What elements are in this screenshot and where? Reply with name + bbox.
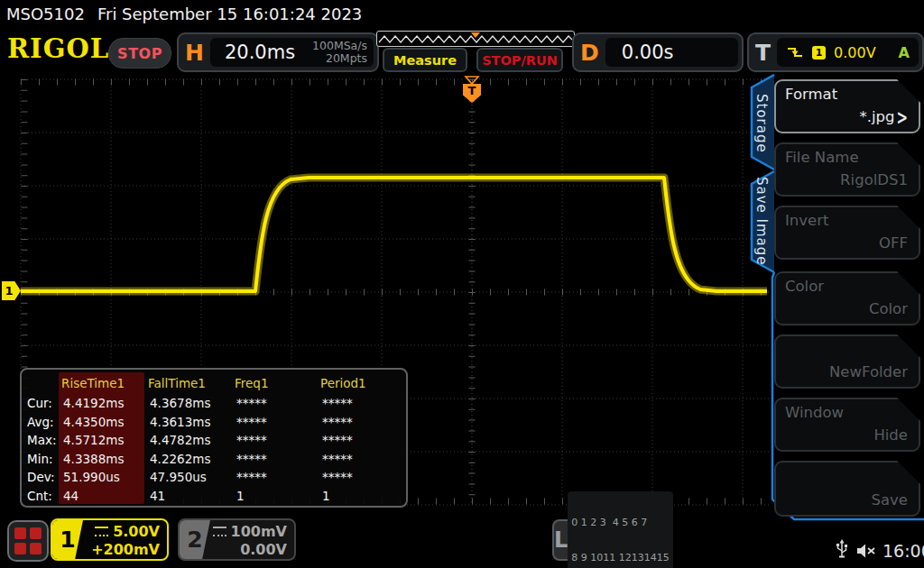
horizontal-settings[interactable]: H 20.0ms 100MSa/s 20Mpts — [177, 32, 379, 72]
measurement-value: 4.2262ms — [148, 452, 235, 466]
measurement-value: 4.4192ms — [61, 396, 148, 410]
apps-grid-icon — [14, 527, 42, 554]
channel-2-status[interactable]: 2 100mV 0.00V — [178, 518, 296, 561]
measurement-value: 4.3388ms — [61, 452, 148, 466]
trigger-label: T — [749, 40, 777, 66]
acquisition-rates: 100MSa/s 20Mpts — [312, 40, 374, 66]
channel-2-scale: 100mV — [231, 523, 287, 540]
waveform-overview-bar[interactable] — [376, 31, 575, 47]
usb-icon — [836, 539, 848, 559]
rigol-logo: RIGOL — [7, 33, 109, 64]
title-bar: MSO5102 Fri September 15 16:01:24 2023 — [0, 0, 924, 27]
measurement-table: RiseTime1 FallTime1 Freq1 Period1 Cur: 4… — [20, 368, 408, 508]
measurement-value: 47.950us — [148, 470, 235, 484]
channel-1-status[interactable]: 1 5.00V +200mV — [51, 518, 169, 561]
measurement-value: ***** — [320, 470, 406, 484]
stop-run-button[interactable]: STOP/RUN — [476, 48, 563, 72]
measurement-value: ***** — [235, 433, 320, 447]
measurement-row-label: Cur: — [25, 396, 61, 410]
measurement-column-header[interactable]: Period1 — [320, 376, 406, 390]
measurement-column-header[interactable]: Freq1 — [235, 376, 320, 390]
measurement-value: 1 — [320, 489, 406, 503]
delay-label: D — [574, 40, 605, 66]
measurement-value: ***** — [235, 470, 320, 484]
logic-channels-status[interactable]: L 0 1 2 3 4 5 6 7 8 9 1011 12131415 — [552, 519, 673, 561]
measurement-value: 4.4782ms — [148, 433, 235, 447]
model-name: MSO5102 — [6, 5, 85, 23]
measure-button[interactable]: Measure — [383, 48, 467, 72]
measurement-row-label: Min: — [25, 452, 61, 466]
menu-item-window[interactable]: Window Hide — [774, 398, 920, 452]
measurement-value: 44 — [61, 489, 148, 503]
measurement-value: ***** — [320, 452, 406, 466]
menu-item-save[interactable]: Save — [774, 461, 920, 517]
measurement-row-label: Max: — [25, 433, 61, 447]
channel-2-badge: 2 — [180, 520, 210, 559]
measurement-value: 4.3678ms — [148, 396, 235, 410]
measurement-value: 51.990us — [61, 470, 148, 484]
sample-rate: 100MSa/s — [312, 40, 367, 52]
tab-storage[interactable]: Storage — [750, 88, 772, 159]
measurement-value: 4.5712ms — [61, 433, 148, 447]
apps-menu-button[interactable] — [7, 520, 49, 562]
measurement-value: ***** — [320, 433, 406, 447]
trigger-source-badge: 1 — [812, 46, 826, 60]
clock-time: 16:00 — [882, 541, 924, 561]
menu-item-color[interactable]: Color Color — [774, 271, 920, 325]
measurement-value: 4.4350ms — [61, 415, 148, 429]
channel-1-badge: 1 — [52, 520, 83, 559]
delay-settings[interactable]: D 0.00s — [572, 32, 744, 72]
measurement-value: ***** — [235, 452, 320, 466]
horizontal-label: H — [179, 40, 210, 66]
logic-label: L — [554, 527, 568, 553]
delay-value: 0.00s — [605, 41, 674, 63]
datetime: Fri September 15 16:01:24 2023 — [97, 5, 362, 23]
measurement-value: 1 — [235, 489, 320, 503]
measurement-value: 4.3613ms — [148, 415, 235, 429]
channel-2-offset: 0.00V — [210, 541, 287, 559]
channel-1-scale: 5.00V — [113, 523, 160, 540]
channel-1-trace — [21, 178, 767, 291]
dc-coupling-icon — [213, 527, 226, 536]
measurement-value: ***** — [320, 415, 406, 429]
measurement-value: ***** — [235, 415, 320, 429]
timebase-value: 20.0ms — [210, 41, 295, 63]
trigger-level-value: 0.00V — [834, 44, 876, 61]
menu-item-new-folder[interactable]: NewFolder — [774, 334, 920, 389]
measurement-row-label: Dev: — [25, 470, 61, 484]
channel-1-offset: +200mV — [83, 541, 160, 559]
menu-item-file-name[interactable]: File Name RigolDS1 — [774, 142, 920, 197]
logic-channel-numbers: 0 1 2 3 4 5 6 7 8 9 1011 12131415 — [568, 491, 672, 568]
overview-trigger-position-icon — [471, 32, 480, 38]
bottom-status-bar: 1 5.00V +200mV 2 100mV 0.00V L 0 1 2 3 4… — [0, 516, 924, 568]
measurement-value: 41 — [148, 489, 235, 503]
measurement-column-header[interactable]: RiseTime1 — [61, 376, 148, 390]
menu-item-format[interactable]: Format *.jpg> — [774, 79, 920, 133]
trigger-mode: A — [899, 44, 910, 61]
dc-coupling-icon — [95, 527, 108, 536]
chevron-right-icon: > — [896, 105, 908, 129]
speaker-muted-icon — [855, 543, 877, 559]
trigger-settings[interactable]: T 1 0.00V A — [747, 32, 924, 72]
measurement-row-label: Cnt: — [25, 489, 61, 503]
trigger-slope-icon — [786, 45, 804, 60]
measurement-column-header[interactable]: FallTime1 — [148, 376, 235, 390]
menu-item-invert[interactable]: Invert OFF — [774, 206, 920, 260]
channel-1-trace-glow — [21, 178, 767, 291]
measurement-value: ***** — [235, 396, 320, 410]
tab-save-image[interactable]: Save Image — [750, 173, 772, 269]
measurement-value: ***** — [320, 396, 406, 410]
memory-depth: 20Mpts — [312, 52, 367, 65]
run-state-badge: STOP — [108, 38, 171, 69]
measurement-row-label: Avg: — [25, 415, 61, 429]
